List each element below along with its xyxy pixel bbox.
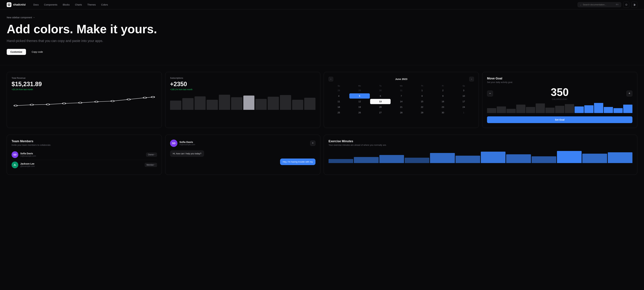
role-badge-jackson[interactable]: Member ›: [145, 163, 157, 167]
cal-day-10[interactable]: 7: [391, 93, 412, 99]
svg-point-2: [46, 104, 50, 105]
cal-day-1[interactable]: 29: [349, 88, 370, 93]
cal-day-3[interactable]: 31: [391, 88, 412, 93]
activity-bar-7: [555, 106, 564, 113]
bar-item-5[interactable]: [231, 97, 242, 110]
move-goal-subtitle: Set your daily activity goal.: [487, 81, 632, 84]
bar-item-6[interactable]: [243, 96, 254, 110]
search-input[interactable]: [583, 3, 614, 6]
cal-day-9[interactable]: 6: [370, 93, 390, 99]
bar-item-3[interactable]: [206, 100, 218, 110]
cal-day-0[interactable]: 28: [328, 88, 349, 93]
bar-item-1[interactable]: [182, 98, 194, 110]
role-badge-sofia[interactable]: Owner ›: [146, 153, 157, 157]
team-member-1: SD Sofia Davis m@example.com Owner ›: [12, 150, 157, 160]
cal-day-17[interactable]: 14: [391, 99, 412, 104]
cal-day-11[interactable]: 8: [412, 93, 432, 99]
activity-bars: [487, 103, 632, 113]
cal-day-33[interactable]: 30: [433, 110, 453, 115]
cal-day-20[interactable]: 17: [454, 99, 474, 104]
announcement-link[interactable]: New sidebar component →: [7, 16, 637, 19]
cal-day-7[interactable]: 4: [328, 93, 349, 99]
cal-day-14[interactable]: 11: [328, 99, 349, 104]
cal-day-16[interactable]: 13: [370, 99, 390, 104]
github-button[interactable]: ⊙: [623, 2, 629, 8]
cal-day-2[interactable]: 30: [370, 88, 390, 93]
cal-day-5[interactable]: 2: [433, 88, 453, 93]
revenue-change: +20.1% from last month: [12, 88, 157, 91]
calories-decrease-button[interactable]: −: [487, 91, 493, 97]
cal-day-18[interactable]: 15: [412, 99, 432, 104]
chat-messages: Hi, how can I help you today? Hey, I'm h…: [170, 150, 316, 165]
cal-header-we: We: [391, 84, 412, 88]
chat-message-sent: Hey, I'm having trouble with my: [280, 159, 316, 165]
theme-toggle-button[interactable]: ◑: [631, 2, 637, 8]
customize-button[interactable]: Customize: [7, 49, 26, 55]
bar-item-9[interactable]: [280, 95, 291, 110]
activity-bar-1: [497, 106, 506, 113]
cal-day-31[interactable]: 28: [391, 110, 412, 115]
cal-day-29[interactable]: 26: [349, 110, 370, 115]
search-shortcut: ⌘K: [616, 4, 619, 6]
subscriptions-label: Subscriptions: [170, 77, 316, 79]
bar-item-10[interactable]: [292, 100, 304, 110]
bar-item-7[interactable]: [256, 99, 267, 110]
svg-point-1: [30, 104, 33, 105]
avatar-jackson: JL: [12, 162, 18, 168]
announcement-text: New sidebar component →: [7, 16, 35, 19]
svg-point-8: [143, 97, 146, 98]
cal-day-27[interactable]: 24: [454, 104, 474, 110]
sparkline-chart: [12, 95, 157, 109]
copy-code-button[interactable]: Copy code: [28, 49, 46, 55]
cal-day-25[interactable]: 22: [412, 104, 432, 110]
nav-link-charts[interactable]: Charts: [72, 2, 84, 7]
nav-link-docs[interactable]: Docs: [31, 2, 41, 7]
activity-bar-5: [536, 103, 545, 113]
cal-day-12[interactable]: 9: [433, 93, 453, 99]
svg-point-6: [111, 100, 114, 102]
bar-item-8[interactable]: [268, 97, 279, 110]
cal-day-15[interactable]: 12: [349, 99, 370, 104]
logo[interactable]: shadcn/ui: [7, 2, 26, 7]
cal-day-23[interactable]: 20: [370, 104, 390, 110]
hero-buttons: Customize Copy code: [7, 49, 637, 55]
cal-day-24[interactable]: 21: [391, 104, 412, 110]
nav-link-colors[interactable]: Colors: [99, 2, 110, 7]
cal-day-6[interactable]: 3: [454, 88, 474, 93]
calories-number: 350: [551, 87, 569, 98]
cal-day-13[interactable]: 10: [454, 93, 474, 99]
cal-day-8[interactable]: 5: [349, 93, 370, 99]
cal-header-tu: Tu: [370, 84, 390, 88]
activity-bar-14: [623, 105, 632, 113]
bar-item-4[interactable]: [219, 95, 230, 110]
cal-day-4[interactable]: 1: [412, 88, 432, 93]
bar-item-11[interactable]: [304, 98, 316, 110]
chat-contact-info: Sofia Davis m@example.com: [180, 141, 195, 146]
cal-day-22[interactable]: 19: [349, 104, 370, 110]
bar-item-0[interactable]: [170, 101, 181, 110]
activity-bar-2: [506, 109, 516, 113]
chat-add-button[interactable]: +: [310, 141, 316, 146]
exercise-chart: [328, 150, 632, 163]
bar-item-2[interactable]: [194, 96, 206, 110]
calories-increase-button[interactable]: +: [626, 91, 632, 97]
nav-link-components[interactable]: Components: [42, 2, 60, 7]
cal-day-21[interactable]: 18: [328, 104, 349, 110]
github-icon: ⊙: [625, 3, 628, 6]
set-goal-button[interactable]: Set Goal: [487, 116, 632, 123]
cal-day-32[interactable]: 29: [412, 110, 432, 115]
cal-day-19[interactable]: 16: [433, 99, 453, 104]
cal-day-34[interactable]: 1: [454, 110, 474, 115]
cal-day-28[interactable]: 25: [328, 110, 349, 115]
nav-link-blocks[interactable]: Blocks: [60, 2, 72, 7]
cal-day-30[interactable]: 27: [370, 110, 390, 115]
cal-day-26[interactable]: 23: [433, 104, 453, 110]
search-icon: ⌕: [580, 3, 582, 6]
move-goal-header: Move Goal Set your daily activity goal.: [487, 77, 632, 84]
calendar-next-button[interactable]: ›: [469, 77, 474, 81]
search-box[interactable]: ⌕ ⌘K: [578, 2, 621, 7]
nav-link-themes[interactable]: Themes: [85, 2, 98, 7]
calendar-prev-button[interactable]: ‹: [328, 77, 333, 81]
plus-icon: +: [312, 141, 314, 145]
calendar-card: ‹ June 2023 › SuMoTuWeThFrSa282930311234…: [324, 72, 479, 128]
